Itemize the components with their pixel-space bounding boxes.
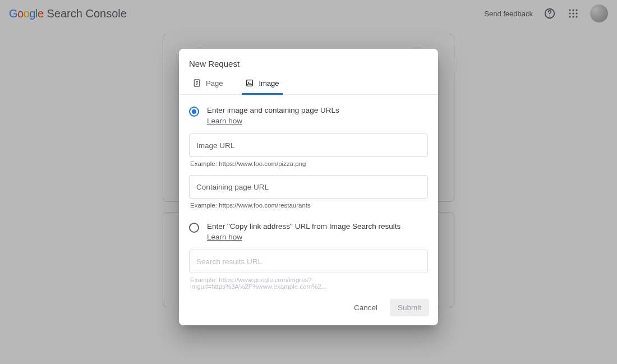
dialog-title: New Request [179,49,438,74]
page-icon [192,79,201,87]
search-results-url-field [189,250,428,273]
dialog-body: Enter image and containing page URLs Lea… [179,95,438,292]
new-request-dialog: New Request Page Image Enter image and c… [179,49,438,325]
tab-page-label: Page [206,79,223,87]
option2-label: Enter "Copy link address" URL from Image… [207,222,400,231]
radio-image-urls[interactable] [189,107,199,117]
image-url-helper: Example: https://www.foo.com/pizza.png [190,160,427,167]
submit-button: Submit [390,299,429,316]
tab-image[interactable]: Image [242,74,282,95]
option1-label: Enter image and containing page URLs [207,106,339,114]
tab-image-label: Image [259,79,279,87]
containing-page-url-helper: Example: https://www.foo.com/restaurants [190,202,427,209]
image-url-field[interactable] [189,133,428,157]
containing-page-url-field[interactable] [189,175,428,199]
svg-point-16 [248,82,249,83]
containing-page-url-input[interactable] [196,183,421,191]
option-image-urls: Enter image and containing page URLs Lea… [189,106,428,126]
dialog-tabs: Page Image [179,74,438,95]
learn-how-link-1[interactable]: Learn how [207,117,242,125]
option-search-results-url: Enter "Copy link address" URL from Image… [189,222,428,242]
learn-how-link-2[interactable]: Learn how [207,233,242,241]
search-results-url-input [196,257,421,266]
tab-page[interactable]: Page [189,74,226,95]
image-icon [245,79,254,87]
radio-search-results-url[interactable] [189,223,199,233]
cancel-button[interactable]: Cancel [346,299,385,316]
dialog-actions: Cancel Submit [179,292,438,325]
image-url-input[interactable] [196,141,421,150]
search-results-url-helper: Example: https://www.google.com/imgres?i… [190,277,427,290]
